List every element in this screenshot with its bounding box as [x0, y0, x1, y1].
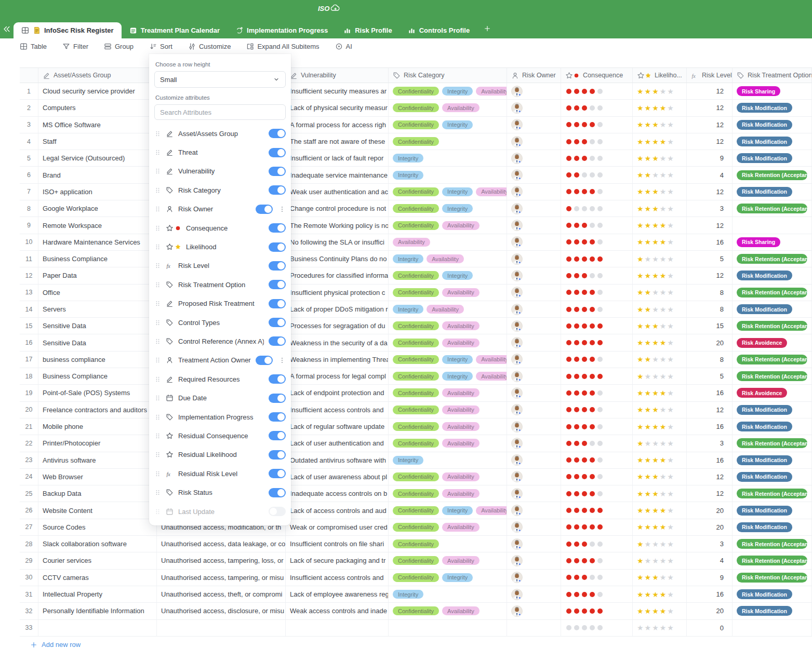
drag-handle-icon[interactable]	[154, 149, 161, 156]
risk-treatment-cell[interactable]: Risk Avoidence	[733, 334, 812, 350]
consequence-cell[interactable]	[561, 452, 633, 468]
risk-treatment-cell[interactable]: Risk Retention (Acceptan...	[733, 318, 812, 334]
likelihood-cell[interactable]: ★★★★★	[633, 318, 687, 334]
consequence-cell[interactable]	[561, 385, 633, 401]
owner-avatar[interactable]	[511, 454, 523, 466]
owner-avatar[interactable]	[511, 153, 523, 164]
risk-owner-cell[interactable]	[507, 368, 561, 384]
asset-cell[interactable]: Antivirus software	[38, 452, 157, 468]
row-number[interactable]: 7	[20, 184, 38, 200]
risk-owner-cell[interactable]	[507, 267, 561, 283]
column-header-owner[interactable]: Risk Owner	[507, 68, 561, 83]
likelihood-cell[interactable]: ★★★★★	[633, 452, 687, 468]
asset-cell[interactable]: Legal Service (Outsourced)	[38, 150, 157, 166]
risk-level-cell[interactable]: 20	[687, 603, 733, 619]
row-number[interactable]: 4	[20, 133, 38, 150]
vulnerability-cell[interactable]: A formal process for access righ	[286, 117, 389, 133]
likelihood-cell[interactable]: ★★★★★	[633, 83, 687, 99]
consequence-cell[interactable]	[561, 184, 633, 200]
likelihood-cell[interactable]: ★★★★★	[633, 234, 687, 250]
drag-handle-icon[interactable]	[154, 244, 161, 250]
risk-treatment-cell[interactable]: Risk Modification	[733, 586, 812, 602]
asset-cell[interactable]: Source Codes	[38, 519, 157, 535]
asset-cell[interactable]: Hardware Maintenance Services	[38, 234, 157, 250]
risk-level-cell[interactable]: 12	[687, 485, 733, 502]
consequence-cell[interactable]	[561, 351, 633, 368]
consequence-cell[interactable]	[561, 150, 633, 166]
owner-avatar[interactable]	[511, 387, 523, 399]
risk-owner-cell[interactable]	[507, 334, 561, 350]
consequence-cell[interactable]	[561, 552, 633, 569]
toolbar-sort-button[interactable]: Sort	[149, 43, 172, 50]
drag-handle-icon[interactable]	[154, 376, 161, 383]
likelihood-cell[interactable]: ★★★★★	[633, 167, 687, 183]
likelihood-cell[interactable]: ★★★★★	[633, 485, 687, 502]
row-number[interactable]: 26	[20, 502, 38, 518]
risk-treatment-cell[interactable]: Risk Modification	[733, 402, 812, 418]
consequence-cell[interactable]	[561, 200, 633, 217]
row-number[interactable]: 27	[20, 519, 38, 535]
risk-owner-cell[interactable]	[507, 83, 561, 99]
add-new-row-button[interactable]: Add new row	[30, 641, 81, 648]
asset-cell[interactable]: Office	[38, 285, 157, 301]
risk-level-cell[interactable]: 3	[687, 200, 733, 217]
risk-level-cell[interactable]: 4	[687, 167, 733, 183]
drag-handle-icon[interactable]	[154, 130, 161, 137]
vulnerability-cell[interactable]: The Remote Working policy is no	[286, 217, 389, 233]
owner-avatar[interactable]	[511, 337, 523, 348]
vulnerability-cell[interactable]: Inadequate access controls on b	[286, 485, 389, 502]
risk-treatment-cell[interactable]: Risk Sharing	[733, 234, 812, 250]
column-header-consequence[interactable]: Consequence	[561, 68, 633, 83]
risk-owner-cell[interactable]	[507, 217, 561, 233]
consequence-cell[interactable]	[561, 100, 633, 116]
risk-category-cell[interactable]: ConfidentialityIntegrityAvailability	[389, 368, 507, 384]
tab-implementation-progress[interactable]: Implementation Progress	[228, 22, 336, 38]
consequence-cell[interactable]	[561, 83, 633, 99]
consequence-cell[interactable]	[561, 620, 633, 636]
owner-avatar[interactable]	[511, 203, 523, 214]
risk-level-cell[interactable]: 20	[687, 519, 733, 535]
owner-avatar[interactable]	[511, 505, 523, 516]
vulnerability-cell[interactable]: Outdated antivirus software with	[286, 452, 389, 468]
tab-risk-profile[interactable]: Risk Profile	[336, 22, 400, 38]
row-number[interactable]: 2	[20, 100, 38, 116]
risk-category-cell[interactable]: ConfidentialityIntegrity	[389, 200, 507, 217]
risk-category-cell[interactable]: ConfidentialityIntegrityAvailability	[389, 351, 507, 368]
row-number[interactable]: 33	[20, 620, 38, 636]
asset-cell[interactable]: Cloud security service provider	[38, 83, 157, 99]
owner-avatar[interactable]	[511, 304, 523, 315]
risk-level-cell[interactable]: 3	[687, 435, 733, 451]
attribute-toggle[interactable]	[269, 261, 286, 271]
column-header-asset[interactable]: Asset/Assets Group	[38, 68, 157, 83]
risk-category-cell[interactable]: IntegrityAvailability	[389, 251, 507, 267]
risk-level-cell[interactable]: 15	[687, 318, 733, 334]
asset-cell[interactable]: Paper Data	[38, 267, 157, 283]
asset-cell[interactable]: Business Compliance	[38, 368, 157, 384]
asset-cell[interactable]: Mobile phone	[38, 418, 157, 435]
row-number[interactable]: 15	[20, 318, 38, 334]
risk-treatment-cell[interactable]: Risk Retention (Acceptan...	[733, 251, 812, 267]
risk-treatment-cell[interactable]: Risk Retention (Acceptan...	[733, 200, 812, 217]
drag-handle-icon[interactable]	[154, 508, 161, 515]
risk-treatment-cell[interactable]: Risk Modification	[733, 418, 812, 435]
asset-cell[interactable]: Website Content	[38, 502, 157, 518]
risk-category-cell[interactable]: ConfidentialityAvailability	[389, 552, 507, 569]
asset-cell[interactable]: Intellectual Property	[38, 586, 157, 602]
likelihood-cell[interactable]: ★★★★★	[633, 586, 687, 602]
vulnerability-cell[interactable]	[286, 620, 389, 636]
owner-avatar[interactable]	[511, 236, 523, 248]
risk-level-cell[interactable]: 16	[687, 586, 733, 602]
risk-level-cell[interactable]: 12	[687, 100, 733, 116]
asset-cell[interactable]: CCTV cameras	[38, 570, 157, 586]
row-number[interactable]: 3	[20, 117, 38, 133]
risk-treatment-cell[interactable]: Risk Retention (Acceptan...	[733, 485, 812, 502]
owner-avatar[interactable]	[511, 86, 523, 97]
collapse-sidebar-button[interactable]	[0, 21, 14, 37]
kebab-menu-icon[interactable]	[278, 206, 286, 213]
attribute-toggle[interactable]	[269, 469, 286, 478]
drag-handle-icon[interactable]	[154, 395, 161, 401]
row-number[interactable]: 20	[20, 402, 38, 418]
risk-level-cell[interactable]: 9	[687, 570, 733, 586]
row-number[interactable]: 22	[20, 435, 38, 451]
row-number[interactable]: 13	[20, 285, 38, 301]
